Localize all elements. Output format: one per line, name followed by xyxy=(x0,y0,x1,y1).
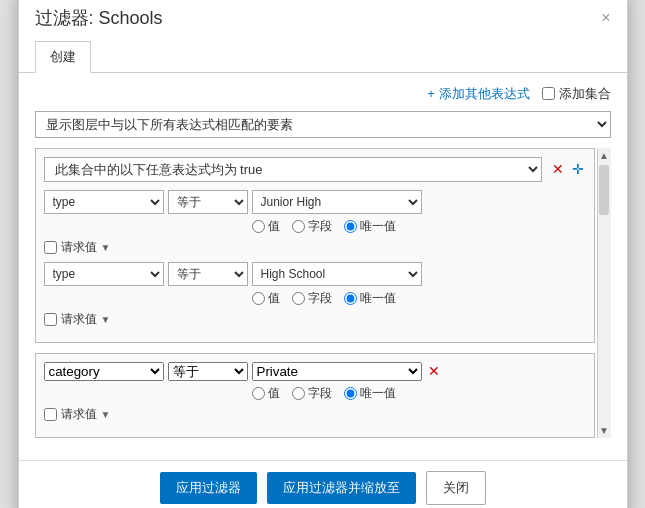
close-icon[interactable]: × xyxy=(601,10,610,26)
condition1-radio-field[interactable]: 字段 xyxy=(292,218,332,235)
condition2: type category 等于 不等于 High School Junior … xyxy=(44,262,586,328)
condition1-radio-value[interactable]: 值 xyxy=(252,218,280,235)
group2-value-select[interactable]: Private Public Charter xyxy=(252,362,422,381)
group2-box: category type 等于 不等于 Private Public Char… xyxy=(35,353,595,438)
condition1-request-row: 请求值 ▼ xyxy=(44,239,586,256)
condition1: type category 等于 不等于 Junior High High Sc… xyxy=(44,190,586,256)
scroll-area: 此集合中的以下任意表达式均为 true 此集合中的以下所有表达式均为 true … xyxy=(35,148,611,438)
apply-filter-button[interactable]: 应用过滤器 xyxy=(160,472,257,504)
dialog-body: + 添加其他表达式 添加集合 显示图层中与以下所有表达式相匹配的要素 显示图层中… xyxy=(19,73,627,460)
group2-condition-row: category type 等于 不等于 Private Public Char… xyxy=(44,362,574,381)
group1-actions: ✕ ✛ xyxy=(550,162,586,176)
condition1-radio-row: 值 字段 唯一值 xyxy=(252,218,586,235)
group1-remove-icon[interactable]: ✕ xyxy=(550,162,566,176)
scroll-up-icon[interactable]: ▲ xyxy=(597,148,611,163)
tab-create[interactable]: 创建 xyxy=(35,41,91,73)
condition1-op-select[interactable]: 等于 不等于 xyxy=(168,190,248,214)
dialog-title: 过滤器: Schools xyxy=(35,6,163,30)
toolbar-row: + 添加其他表达式 添加集合 xyxy=(35,85,611,103)
group2-field-select[interactable]: category type xyxy=(44,362,164,381)
dialog-header: 过滤器: Schools × xyxy=(19,0,627,40)
condition2-request-arrow[interactable]: ▼ xyxy=(101,314,111,325)
display-row: 显示图层中与以下所有表达式相匹配的要素 显示图层中与以下任何表达式相匹配的要素 xyxy=(35,111,611,138)
condition2-value-select[interactable]: High School Junior High Elementary xyxy=(252,262,422,286)
group2-request-checkbox[interactable] xyxy=(44,408,57,421)
condition1-request-arrow[interactable]: ▼ xyxy=(101,242,111,253)
condition2-field-select[interactable]: type category xyxy=(44,262,164,286)
add-expression-link[interactable]: + 添加其他表达式 xyxy=(427,85,529,103)
group2-request-row: 请求值 ▼ xyxy=(44,406,574,423)
scroll-down-icon[interactable]: ▼ xyxy=(597,423,611,438)
add-set-label[interactable]: 添加集合 xyxy=(542,85,611,103)
condition2-request-checkbox[interactable] xyxy=(44,313,57,326)
condition1-radio-unique[interactable]: 唯一值 xyxy=(344,218,396,235)
condition1-row: type category 等于 不等于 Junior High High Sc… xyxy=(44,190,586,214)
condition1-field-select[interactable]: type category xyxy=(44,190,164,214)
condition2-op-select[interactable]: 等于 不等于 xyxy=(168,262,248,286)
group2-remove-icon[interactable]: ✕ xyxy=(426,364,442,378)
group2-request-arrow[interactable]: ▼ xyxy=(101,409,111,420)
group1-box: 此集合中的以下任意表达式均为 true 此集合中的以下所有表达式均为 true … xyxy=(35,148,595,343)
group2-op-select[interactable]: 等于 不等于 xyxy=(168,362,248,381)
scrollbar[interactable]: ▲ ▼ xyxy=(597,148,611,438)
apply-zoom-button[interactable]: 应用过滤器并缩放至 xyxy=(267,472,416,504)
add-set-checkbox[interactable] xyxy=(542,87,555,100)
condition1-request-checkbox[interactable] xyxy=(44,241,57,254)
group1-add-icon[interactable]: ✛ xyxy=(570,162,586,176)
condition2-request-row: 请求值 ▼ xyxy=(44,311,586,328)
group2-radio-unique[interactable]: 唯一值 xyxy=(344,385,396,402)
display-select[interactable]: 显示图层中与以下所有表达式相匹配的要素 显示图层中与以下任何表达式相匹配的要素 xyxy=(35,111,611,138)
condition2-row: type category 等于 不等于 High School Junior … xyxy=(44,262,586,286)
scroll-content: 此集合中的以下任意表达式均为 true 此集合中的以下所有表达式均为 true … xyxy=(35,148,611,438)
filter-dialog: 过滤器: Schools × 创建 + 添加其他表达式 添加集合 显示图层中与以… xyxy=(18,0,628,508)
group1-header-select[interactable]: 此集合中的以下任意表达式均为 true 此集合中的以下所有表达式均为 true xyxy=(44,157,542,182)
group2-radio-field[interactable]: 字段 xyxy=(292,385,332,402)
tabs-bar: 创建 xyxy=(19,40,627,73)
condition2-radio-unique[interactable]: 唯一值 xyxy=(344,290,396,307)
dialog-footer: 应用过滤器 应用过滤器并缩放至 关闭 xyxy=(19,460,627,509)
group2-radio-row: 值 字段 唯一值 xyxy=(252,385,574,402)
condition1-value-select[interactable]: Junior High High School Elementary xyxy=(252,190,422,214)
plus-icon: + xyxy=(427,86,435,101)
group1-header: 此集合中的以下任意表达式均为 true 此集合中的以下所有表达式均为 true … xyxy=(44,157,586,182)
close-button[interactable]: 关闭 xyxy=(426,471,486,505)
scrollbar-thumb[interactable] xyxy=(599,165,609,215)
condition2-radio-row: 值 字段 唯一值 xyxy=(252,290,586,307)
group2-radio-value[interactable]: 值 xyxy=(252,385,280,402)
condition2-radio-field[interactable]: 字段 xyxy=(292,290,332,307)
condition2-radio-value[interactable]: 值 xyxy=(252,290,280,307)
